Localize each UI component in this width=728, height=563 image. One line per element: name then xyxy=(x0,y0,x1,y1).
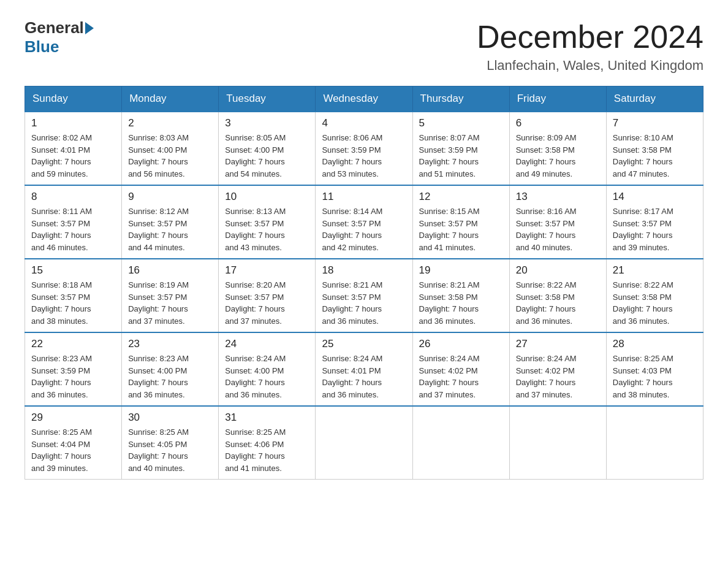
calendar-cell: 19 Sunrise: 8:21 AM Sunset: 3:58 PM Dayl… xyxy=(412,259,509,332)
day-number: 10 xyxy=(225,191,309,203)
calendar-cell: 9 Sunrise: 8:12 AM Sunset: 3:57 PM Dayli… xyxy=(122,185,219,259)
day-number: 30 xyxy=(128,412,212,424)
day-info: Sunrise: 8:21 AM Sunset: 3:57 PM Dayligh… xyxy=(322,279,406,327)
day-info: Sunrise: 8:03 AM Sunset: 4:00 PM Dayligh… xyxy=(128,132,212,180)
day-number: 24 xyxy=(225,338,309,350)
day-info: Sunrise: 8:12 AM Sunset: 3:57 PM Dayligh… xyxy=(128,205,212,253)
calendar-cell: 1 Sunrise: 8:02 AM Sunset: 4:01 PM Dayli… xyxy=(25,112,122,185)
day-info: Sunrise: 8:20 AM Sunset: 3:57 PM Dayligh… xyxy=(225,279,309,327)
day-number: 15 xyxy=(31,264,115,277)
day-of-week-header: Saturday xyxy=(606,86,703,112)
calendar-cell: 17 Sunrise: 8:20 AM Sunset: 3:57 PM Dayl… xyxy=(219,259,316,332)
calendar-cell: 7 Sunrise: 8:10 AM Sunset: 3:58 PM Dayli… xyxy=(606,112,703,185)
day-info: Sunrise: 8:07 AM Sunset: 3:59 PM Dayligh… xyxy=(419,132,503,180)
day-info: Sunrise: 8:22 AM Sunset: 3:58 PM Dayligh… xyxy=(613,279,697,327)
day-info: Sunrise: 8:25 AM Sunset: 4:03 PM Dayligh… xyxy=(613,353,697,400)
day-number: 4 xyxy=(322,117,406,129)
calendar-cell: 27 Sunrise: 8:24 AM Sunset: 4:02 PM Dayl… xyxy=(509,332,606,406)
day-number: 3 xyxy=(225,117,309,129)
day-info: Sunrise: 8:24 AM Sunset: 4:01 PM Dayligh… xyxy=(322,353,406,400)
logo: General Blue xyxy=(25,18,95,56)
day-info: Sunrise: 8:15 AM Sunset: 3:57 PM Dayligh… xyxy=(419,205,503,253)
day-number: 14 xyxy=(613,191,697,203)
header-row: SundayMondayTuesdayWednesdayThursdayFrid… xyxy=(25,86,703,112)
calendar-cell: 31 Sunrise: 8:25 AM Sunset: 4:06 PM Dayl… xyxy=(219,406,316,480)
day-info: Sunrise: 8:24 AM Sunset: 4:02 PM Dayligh… xyxy=(419,353,503,400)
day-info: Sunrise: 8:13 AM Sunset: 3:57 PM Dayligh… xyxy=(225,205,309,253)
calendar-cell: 14 Sunrise: 8:17 AM Sunset: 3:57 PM Dayl… xyxy=(606,185,703,259)
day-number: 20 xyxy=(516,264,600,277)
calendar-cell: 29 Sunrise: 8:25 AM Sunset: 4:04 PM Dayl… xyxy=(25,406,122,480)
day-info: Sunrise: 8:23 AM Sunset: 4:00 PM Dayligh… xyxy=(128,353,212,400)
day-info: Sunrise: 8:06 AM Sunset: 3:59 PM Dayligh… xyxy=(322,132,406,180)
calendar-cell: 11 Sunrise: 8:14 AM Sunset: 3:57 PM Dayl… xyxy=(316,185,412,259)
day-info: Sunrise: 8:17 AM Sunset: 3:57 PM Dayligh… xyxy=(613,205,697,253)
calendar-cell: 8 Sunrise: 8:11 AM Sunset: 3:57 PM Dayli… xyxy=(25,185,122,259)
logo-general-text: General xyxy=(25,18,84,37)
calendar-cell: 15 Sunrise: 8:18 AM Sunset: 3:57 PM Dayl… xyxy=(25,259,122,332)
day-info: Sunrise: 8:18 AM Sunset: 3:57 PM Dayligh… xyxy=(31,279,115,327)
day-info: Sunrise: 8:25 AM Sunset: 4:06 PM Dayligh… xyxy=(225,426,309,474)
day-number: 1 xyxy=(31,117,115,129)
title-area: December 2024 Llanfechain, Wales, United… xyxy=(477,18,703,74)
calendar-cell: 18 Sunrise: 8:21 AM Sunset: 3:57 PM Dayl… xyxy=(316,259,412,332)
day-info: Sunrise: 8:21 AM Sunset: 3:58 PM Dayligh… xyxy=(419,279,503,327)
day-of-week-header: Sunday xyxy=(25,86,122,112)
calendar-cell xyxy=(509,406,606,480)
day-number: 28 xyxy=(613,338,697,350)
day-of-week-header: Wednesday xyxy=(316,86,412,112)
calendar-cell: 2 Sunrise: 8:03 AM Sunset: 4:00 PM Dayli… xyxy=(122,112,219,185)
calendar-cell: 24 Sunrise: 8:24 AM Sunset: 4:00 PM Dayl… xyxy=(219,332,316,406)
day-number: 18 xyxy=(322,264,406,277)
day-info: Sunrise: 8:25 AM Sunset: 4:04 PM Dayligh… xyxy=(31,426,115,474)
day-number: 31 xyxy=(225,412,309,424)
day-of-week-header: Monday xyxy=(122,86,219,112)
day-number: 29 xyxy=(31,412,115,424)
day-number: 25 xyxy=(322,338,406,350)
calendar-cell: 5 Sunrise: 8:07 AM Sunset: 3:59 PM Dayli… xyxy=(412,112,509,185)
day-number: 13 xyxy=(516,191,600,203)
calendar-cell: 23 Sunrise: 8:23 AM Sunset: 4:00 PM Dayl… xyxy=(122,332,219,406)
calendar-cell xyxy=(316,406,412,480)
day-info: Sunrise: 8:02 AM Sunset: 4:01 PM Dayligh… xyxy=(31,132,115,180)
day-number: 8 xyxy=(31,191,115,203)
day-info: Sunrise: 8:22 AM Sunset: 3:58 PM Dayligh… xyxy=(516,279,600,327)
page-header: General Blue December 2024 Llanfechain, … xyxy=(25,18,703,74)
day-number: 7 xyxy=(613,117,697,129)
calendar-cell: 10 Sunrise: 8:13 AM Sunset: 3:57 PM Dayl… xyxy=(219,185,316,259)
day-of-week-header: Friday xyxy=(509,86,606,112)
calendar-cell: 6 Sunrise: 8:09 AM Sunset: 3:58 PM Dayli… xyxy=(509,112,606,185)
day-info: Sunrise: 8:23 AM Sunset: 3:59 PM Dayligh… xyxy=(31,353,115,400)
day-number: 6 xyxy=(516,117,600,129)
calendar-cell: 25 Sunrise: 8:24 AM Sunset: 4:01 PM Dayl… xyxy=(316,332,412,406)
day-info: Sunrise: 8:24 AM Sunset: 4:00 PM Dayligh… xyxy=(225,353,309,400)
week-row: 29 Sunrise: 8:25 AM Sunset: 4:04 PM Dayl… xyxy=(25,406,703,480)
day-number: 22 xyxy=(31,338,115,350)
day-info: Sunrise: 8:05 AM Sunset: 4:00 PM Dayligh… xyxy=(225,132,309,180)
logo-arrow-icon xyxy=(85,22,94,34)
day-info: Sunrise: 8:19 AM Sunset: 3:57 PM Dayligh… xyxy=(128,279,212,327)
calendar-cell: 21 Sunrise: 8:22 AM Sunset: 3:58 PM Dayl… xyxy=(606,259,703,332)
month-title: December 2024 xyxy=(477,18,703,55)
calendar-cell: 4 Sunrise: 8:06 AM Sunset: 3:59 PM Dayli… xyxy=(316,112,412,185)
week-row: 8 Sunrise: 8:11 AM Sunset: 3:57 PM Dayli… xyxy=(25,185,703,259)
day-info: Sunrise: 8:16 AM Sunset: 3:57 PM Dayligh… xyxy=(516,205,600,253)
calendar-cell: 13 Sunrise: 8:16 AM Sunset: 3:57 PM Dayl… xyxy=(509,185,606,259)
day-info: Sunrise: 8:10 AM Sunset: 3:58 PM Dayligh… xyxy=(613,132,697,180)
day-number: 9 xyxy=(128,191,212,203)
calendar-cell: 30 Sunrise: 8:25 AM Sunset: 4:05 PM Dayl… xyxy=(122,406,219,480)
day-number: 26 xyxy=(419,338,503,350)
calendar-cell: 28 Sunrise: 8:25 AM Sunset: 4:03 PM Dayl… xyxy=(606,332,703,406)
day-info: Sunrise: 8:25 AM Sunset: 4:05 PM Dayligh… xyxy=(128,426,212,474)
calendar-table: SundayMondayTuesdayWednesdayThursdayFrid… xyxy=(25,86,703,480)
calendar-cell: 12 Sunrise: 8:15 AM Sunset: 3:57 PM Dayl… xyxy=(412,185,509,259)
day-number: 21 xyxy=(613,264,697,277)
day-number: 19 xyxy=(419,264,503,277)
calendar-cell xyxy=(412,406,509,480)
day-number: 11 xyxy=(322,191,406,203)
calendar-cell: 22 Sunrise: 8:23 AM Sunset: 3:59 PM Dayl… xyxy=(25,332,122,406)
day-info: Sunrise: 8:24 AM Sunset: 4:02 PM Dayligh… xyxy=(516,353,600,400)
week-row: 1 Sunrise: 8:02 AM Sunset: 4:01 PM Dayli… xyxy=(25,112,703,185)
day-number: 27 xyxy=(516,338,600,350)
calendar-cell: 26 Sunrise: 8:24 AM Sunset: 4:02 PM Dayl… xyxy=(412,332,509,406)
